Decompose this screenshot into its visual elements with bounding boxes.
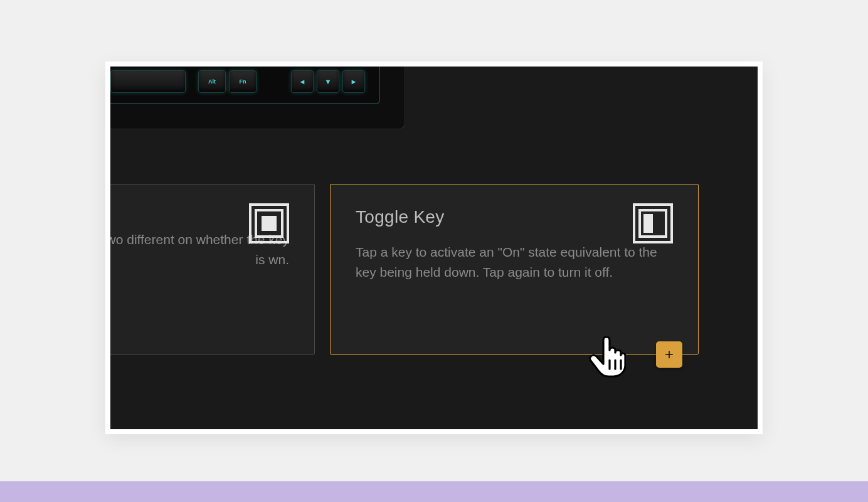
add-button[interactable]: +	[656, 341, 682, 368]
half-square-icon	[633, 203, 673, 243]
keyboard-inner: Alt Fn ◄ ▼ ►	[110, 67, 380, 104]
card-title-toggle-key: Toggle Key	[356, 207, 673, 227]
plus-icon: +	[665, 347, 674, 362]
nested-squares-icon	[249, 203, 289, 243]
option-card-toggle-key[interactable]: Toggle Key Tap a key to activate an "On"…	[330, 184, 699, 355]
key-arrow-left[interactable]: ◄	[291, 70, 314, 93]
card-desc-toggle-key: Tap a key to activate an "On" state equi…	[356, 242, 673, 282]
svg-rect-2	[262, 216, 277, 231]
arrow-left-icon: ◄	[299, 78, 306, 85]
key-blank[interactable]	[110, 70, 186, 93]
key-arrow-down[interactable]: ▼	[317, 70, 339, 93]
arrow-down-icon: ▼	[325, 78, 332, 85]
svg-rect-5	[643, 214, 653, 233]
keyboard-preview: Alt Fn ◄ ▼ ►	[110, 67, 405, 129]
key-arrow-right[interactable]: ►	[342, 70, 365, 93]
decorative-bottom-strip	[0, 481, 868, 502]
key-alt[interactable]: Alt	[198, 70, 226, 93]
option-card-partial[interactable]: to have two different on whether the key…	[110, 184, 315, 355]
app-frame: Alt Fn ◄ ▼ ► to have two differ	[105, 61, 763, 434]
app-panel: Alt Fn ◄ ▼ ► to have two differ	[110, 67, 758, 429]
key-fn[interactable]: Fn	[229, 70, 257, 93]
arrow-right-icon: ►	[351, 78, 357, 85]
